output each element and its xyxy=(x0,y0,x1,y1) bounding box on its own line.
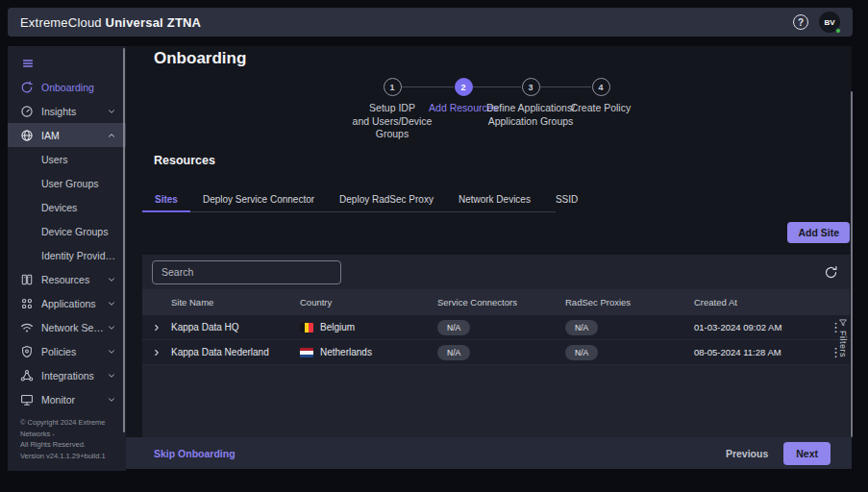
avatar-initials: BV xyxy=(824,18,834,27)
sidebar-item-label: Resources xyxy=(41,274,107,285)
table-row[interactable]: Kappa Data Nederland Netherlands N/A N/A… xyxy=(142,340,850,365)
belgium-flag-icon xyxy=(300,323,313,332)
sidebar-item-label: Onboarding xyxy=(41,82,116,93)
sidebar-item-users[interactable]: Users xyxy=(8,147,126,171)
step-number: 3 xyxy=(522,78,540,96)
sidebar-item-label: IAM xyxy=(41,130,107,141)
copyright-text: © Copyright 2024 Extreme Networks - xyxy=(20,417,118,439)
brand-logo: ExtremeCloud Universal ZTNA xyxy=(20,15,201,30)
column-header-country: Country xyxy=(300,297,437,308)
column-header-site-name: Site Name xyxy=(171,297,300,308)
filters-label: Filters xyxy=(838,331,848,357)
sidebar-item-onboarding[interactable]: Onboarding xyxy=(8,75,126,99)
onboarding-icon xyxy=(20,81,34,94)
site-name-cell: Kappa Data Nederland xyxy=(171,347,300,357)
applications-icon xyxy=(20,297,34,310)
avatar[interactable]: BV xyxy=(819,12,840,33)
sidebar-footer: © Copyright 2024 Extreme Networks - All … xyxy=(8,411,126,471)
sidebar-item-integrations[interactable]: Integrations xyxy=(8,363,126,387)
skip-onboarding-link[interactable]: Skip Onboarding xyxy=(154,448,236,459)
main-content: Onboarding 1 Setup IDP and Users/Device … xyxy=(126,46,852,469)
service-connectors-cell: N/A xyxy=(437,320,565,335)
tab-deploy-service-connector[interactable]: Deploy Service Connector xyxy=(190,186,327,211)
copyright-text-2: All Rights Reserved. xyxy=(20,439,118,451)
sidebar-scrollbar[interactable] xyxy=(123,48,125,432)
step-label: Create Policy xyxy=(547,102,655,115)
brand-prefix: ExtremeCloud xyxy=(20,15,102,30)
sidebar-item-devices[interactable]: Devices xyxy=(8,195,126,219)
tab-deploy-radsec-proxy[interactable]: Deploy RadSec Proxy xyxy=(327,186,446,211)
filter-funnel-icon xyxy=(838,318,848,328)
column-header-service-connectors: Service Connectors xyxy=(437,297,565,308)
tab-sites[interactable]: Sites xyxy=(142,186,190,211)
tab-network-devices[interactable]: Network Devices xyxy=(446,186,543,211)
tab-ssid[interactable]: SSID xyxy=(543,186,590,211)
site-name-cell: Kappa Data HQ xyxy=(171,322,300,332)
filters-tab[interactable]: Filters xyxy=(838,318,848,357)
step-number: 1 xyxy=(384,78,402,96)
chevron-down-icon xyxy=(107,323,116,332)
network-services-icon xyxy=(20,321,34,334)
policies-icon xyxy=(20,345,34,358)
column-header-created-at: Created At xyxy=(694,297,822,308)
sidebar-item-label: Insights xyxy=(41,106,107,117)
sidebar-item-label: Integrations xyxy=(41,370,107,381)
sidebar-item-insights[interactable]: Insights xyxy=(8,99,126,123)
add-site-button[interactable]: Add Site xyxy=(787,222,850,243)
created-at-cell: 01-03-2024 09:02 AM xyxy=(694,322,822,332)
sidebar-item-policies[interactable]: Policies xyxy=(8,339,126,363)
sidebar-item-iam[interactable]: IAM xyxy=(8,123,126,147)
resources-heading: Resources xyxy=(154,154,215,167)
sidebar-item-applications[interactable]: Applications xyxy=(8,291,126,315)
sidebar-item-label: Network Services xyxy=(41,322,107,333)
country-cell: Belgium xyxy=(300,322,437,332)
brand-product: Universal ZTNA xyxy=(106,15,202,30)
sidebar-item-user-groups[interactable]: User Groups xyxy=(8,171,126,195)
na-badge: N/A xyxy=(437,345,470,360)
sidebar-item-network-services[interactable]: Network Services xyxy=(8,315,126,339)
previous-button[interactable]: Previous xyxy=(726,448,768,459)
hamburger-menu-icon[interactable] xyxy=(8,46,126,75)
sidebar-item-label: Identity Providers xyxy=(41,250,116,261)
created-at-cell: 08-05-2024 11:28 AM xyxy=(694,347,822,357)
sidebar-item-monitor[interactable]: Monitor xyxy=(8,387,126,411)
chevron-down-icon xyxy=(107,275,116,284)
insights-icon xyxy=(20,105,34,118)
table-row[interactable]: Kappa Data HQ Belgium N/A N/A 01-03-2024… xyxy=(142,315,850,340)
sidebar-item-label: Policies xyxy=(41,346,107,357)
chevron-down-icon xyxy=(107,299,116,308)
step-number: 4 xyxy=(592,78,610,96)
sidebar-item-label: User Groups xyxy=(41,178,116,189)
radsec-proxies-cell: N/A xyxy=(565,320,694,335)
sidebar-item-label: Devices xyxy=(41,202,116,213)
online-status-dot xyxy=(835,28,841,34)
na-badge: N/A xyxy=(565,345,598,360)
expand-row-icon[interactable] xyxy=(142,348,171,357)
sidebar-item-label: Device Groups xyxy=(41,226,116,237)
chevron-down-icon xyxy=(107,107,116,116)
refresh-icon[interactable] xyxy=(822,263,840,282)
sidebar-item-identity-providers[interactable]: Identity Providers xyxy=(8,243,126,267)
next-button[interactable]: Next xyxy=(783,442,831,465)
chevron-down-icon xyxy=(107,371,116,381)
na-badge: N/A xyxy=(565,320,598,335)
monitor-icon xyxy=(20,393,34,406)
chevron-down-icon xyxy=(107,347,116,357)
app-header: ExtremeCloud Universal ZTNA ? BV xyxy=(8,8,853,37)
table-header-row: Site Name Country Service Connectors Rad… xyxy=(142,289,850,315)
main-scrollbar[interactable] xyxy=(851,91,853,437)
sidebar-item-resources[interactable]: Resources xyxy=(8,267,126,291)
search-input[interactable] xyxy=(152,260,341,284)
expand-row-icon[interactable] xyxy=(142,323,171,332)
country-cell: Netherlands xyxy=(300,347,437,357)
help-icon[interactable]: ? xyxy=(793,14,808,30)
stepper-step-4[interactable]: 4 Create Policy xyxy=(547,78,655,115)
sidebar-item-label: Applications xyxy=(41,298,107,309)
sidebar-item-label: Users xyxy=(41,154,116,165)
column-header-radsec-proxies: RadSec Proxies xyxy=(565,297,694,308)
sidebar: Onboarding Insights IAM Users User Group… xyxy=(8,46,126,471)
page-title: Onboarding xyxy=(154,49,246,68)
radsec-proxies-cell: N/A xyxy=(565,345,694,360)
sidebar-item-device-groups[interactable]: Device Groups xyxy=(8,219,126,243)
onboarding-footer-bar: Skip Onboarding Previous Next xyxy=(126,437,852,469)
